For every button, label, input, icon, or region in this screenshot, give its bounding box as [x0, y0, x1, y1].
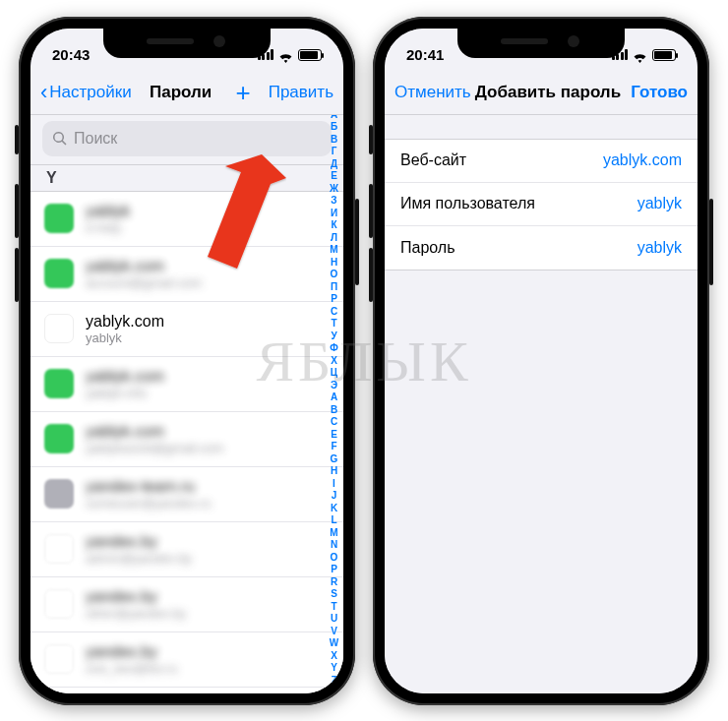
search-icon — [52, 131, 68, 147]
index-letter[interactable]: И — [331, 208, 337, 220]
index-letter[interactable]: X — [331, 650, 337, 663]
index-letter[interactable]: U — [331, 613, 337, 626]
index-letter[interactable]: # — [332, 687, 337, 693]
row-subtitle: yablyk-info — [86, 386, 164, 401]
index-letter[interactable]: Ж — [330, 183, 338, 196]
row-title: yandex.by — [86, 532, 192, 551]
index-letter[interactable]: T — [331, 601, 336, 614]
password-row[interactable]: Яyablyk.comyablyk — [30, 302, 343, 357]
index-letter[interactable]: Х — [331, 355, 337, 368]
index-letter[interactable]: F — [331, 441, 336, 453]
index-letter[interactable]: G — [331, 453, 338, 466]
index-letter[interactable]: Л — [331, 232, 337, 245]
index-letter[interactable]: E — [331, 429, 337, 442]
index-letter[interactable]: S — [331, 588, 337, 601]
row-subtitle: one_two@list.ru — [86, 661, 177, 677]
field-value[interactable]: yablyk — [637, 239, 682, 257]
row-subtitle: e-help — [86, 220, 130, 236]
index-letter[interactable]: З — [331, 195, 336, 208]
index-letter[interactable]: A — [331, 391, 337, 404]
password-row[interactable]: yablyk.comaccount@gmail.com — [30, 247, 343, 302]
index-letter[interactable]: K — [331, 503, 337, 515]
index-letter[interactable]: Ф — [330, 342, 338, 355]
row-subtitle: yablykworld@gmail.com — [86, 441, 223, 456]
site-favicon — [44, 424, 74, 453]
index-letter[interactable]: Н — [331, 257, 337, 270]
index-letter[interactable]: P — [331, 564, 337, 576]
index-letter[interactable]: H — [331, 465, 337, 478]
page-title: Пароли — [150, 83, 212, 102]
row-title: yablyk.com — [86, 422, 223, 441]
site-favicon — [44, 644, 74, 674]
back-label: Настройки — [49, 83, 131, 102]
index-letter[interactable]: V — [331, 626, 337, 638]
form-row[interactable]: Веб-сайтyablyk.com — [385, 140, 698, 183]
index-letter[interactable]: О — [331, 269, 338, 281]
site-favicon: Я — [44, 314, 74, 343]
index-letter[interactable]: R — [331, 576, 337, 589]
done-button[interactable]: Готово — [625, 83, 688, 102]
back-button[interactable]: ‹ Настройки — [40, 82, 132, 103]
index-letter[interactable]: В — [331, 134, 337, 147]
index-letter[interactable]: N — [331, 539, 337, 552]
password-row[interactable]: yablyke-help — [30, 192, 343, 247]
row-subtitle: other@yandex.by — [86, 606, 186, 622]
index-letter[interactable]: J — [332, 490, 337, 503]
index-letter[interactable]: Г — [332, 146, 337, 158]
password-row[interactable]: yandex.byother@yandex.by — [30, 577, 343, 632]
form-row[interactable]: Парольyablyk — [385, 226, 698, 270]
phone-right: 20:41 Отменить Добавить пароль Готово — [373, 17, 709, 705]
alphabet-index[interactable]: АБВГДЕЖЗИКЛМНОПРСТУФХЦЭABCEFGHIJKLMNOPRS… — [326, 115, 342, 693]
password-row[interactable]: yandex.byone_two@list.ru — [30, 632, 343, 688]
wifi-icon — [278, 49, 293, 60]
form-row[interactable]: Имя пользователяyablyk — [385, 183, 698, 226]
index-letter[interactable]: Z — [331, 675, 336, 688]
password-row[interactable]: yandex-team.rusomeuser@yandex.ru — [30, 467, 343, 522]
index-letter[interactable]: П — [331, 281, 337, 294]
index-letter[interactable]: O — [331, 552, 338, 565]
row-subtitle: yablyk — [86, 330, 164, 346]
cancel-button[interactable]: Отменить — [394, 83, 471, 102]
notch — [103, 29, 271, 58]
index-letter[interactable]: Д — [331, 158, 337, 171]
password-row[interactable]: yandex.bymailbox@yandex.ru — [30, 688, 343, 693]
battery-icon — [652, 49, 676, 61]
index-letter[interactable]: L — [331, 514, 336, 527]
field-label: Пароль — [400, 239, 455, 257]
index-letter[interactable]: Э — [331, 380, 337, 392]
search-placeholder: Поиск — [74, 130, 117, 148]
row-title: yablyk.com — [86, 312, 164, 330]
index-letter[interactable]: Б — [331, 121, 337, 134]
add-password-form: Веб-сайтyablyk.comИмя пользователяyablyk… — [385, 139, 698, 270]
index-letter[interactable]: Т — [331, 318, 336, 330]
row-title: yablyk — [86, 202, 130, 220]
index-letter[interactable]: С — [331, 306, 337, 319]
nav-bar: ‹ Настройки Пароли + Править — [30, 72, 343, 115]
index-letter[interactable]: C — [331, 416, 337, 429]
index-letter[interactable]: Е — [331, 170, 337, 183]
row-title: yandex-team.ru — [86, 477, 211, 496]
index-letter[interactable]: M — [330, 527, 337, 540]
site-favicon — [44, 369, 74, 398]
password-row[interactable]: yandex.byadmin@yandex.by — [30, 522, 343, 577]
index-letter[interactable]: М — [330, 244, 337, 257]
password-list[interactable]: yablyke-helpyablyk.comaccount@gmail.comЯ… — [30, 192, 343, 693]
field-value[interactable]: yablyk.com — [603, 151, 682, 169]
password-row[interactable]: yablyk.comyablyk-info — [30, 357, 343, 412]
done-label: Готово — [631, 83, 688, 102]
index-letter[interactable]: Ц — [331, 367, 337, 380]
index-letter[interactable]: B — [331, 404, 337, 417]
index-letter[interactable]: W — [330, 637, 338, 650]
search-input[interactable]: Поиск — [42, 121, 332, 156]
index-letter[interactable]: Y — [331, 662, 337, 675]
add-button[interactable]: + — [236, 80, 251, 105]
index-letter[interactable]: У — [331, 330, 336, 343]
password-row[interactable]: yablyk.comyablykworld@gmail.com — [30, 412, 343, 467]
nav-bar: Отменить Добавить пароль Готово — [385, 72, 698, 115]
index-letter[interactable]: К — [331, 219, 336, 232]
cancel-label: Отменить — [394, 83, 471, 102]
index-letter[interactable]: Р — [331, 293, 337, 306]
edit-button[interactable]: Править — [269, 83, 334, 102]
index-letter[interactable]: I — [333, 478, 335, 491]
field-value[interactable]: yablyk — [637, 195, 682, 212]
